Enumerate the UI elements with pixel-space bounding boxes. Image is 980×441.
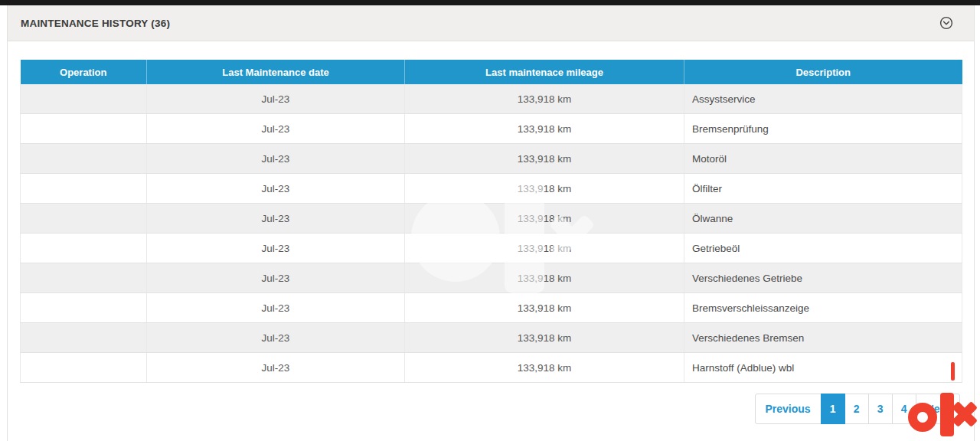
table-row: Jul-23133,918 kmAssystservice xyxy=(21,84,962,114)
cell-description: Ölwanne xyxy=(684,204,962,234)
collapse-toggle-button[interactable] xyxy=(939,15,954,31)
cell-mileage: 133,918 km xyxy=(405,234,684,263)
cell-mileage: 133,918 km xyxy=(405,204,684,234)
cell-description: Harnstoff (Adblue) wbl xyxy=(684,353,962,383)
table-row: Jul-23133,918 kmÖlwanne xyxy=(21,204,962,234)
column-header-description: Description xyxy=(684,60,962,84)
cell-operation xyxy=(21,144,147,174)
cell-operation xyxy=(21,114,147,144)
pagination: Previous 1234 Next xyxy=(755,394,961,424)
table-row: Jul-23133,918 kmÖlfilter xyxy=(21,174,962,204)
cell-date: Jul-23 xyxy=(147,353,405,383)
cell-operation xyxy=(21,353,147,383)
table-row: Jul-23133,918 kmBremsenprüfung xyxy=(21,114,962,144)
cell-description: Motoröl xyxy=(684,144,962,174)
cell-date: Jul-23 xyxy=(147,114,405,144)
cell-description: Verschiedenes Bremsen xyxy=(684,323,962,353)
column-header-last-maintenance-date: Last Maintenance date xyxy=(147,60,405,84)
cell-mileage: 133,918 km xyxy=(405,263,684,293)
cell-operation xyxy=(21,323,147,353)
cell-mileage: 133,918 km xyxy=(405,144,684,174)
cell-date: Jul-23 xyxy=(147,263,405,293)
maintenance-table: Operation Last Maintenance date Last mai… xyxy=(20,60,962,383)
maintenance-history-screen: MAINTENANCE HISTORY (36) Operation Last … xyxy=(0,0,980,441)
table-row: Jul-23133,918 kmGetriebeöl xyxy=(21,234,962,263)
table-row: Jul-23133,918 kmVerschiedenes Bremsen xyxy=(21,323,962,353)
table-header-row: Operation Last Maintenance date Last mai… xyxy=(21,60,962,84)
cell-operation xyxy=(21,293,147,323)
cell-date: Jul-23 xyxy=(147,144,405,174)
cell-mileage: 133,918 km xyxy=(405,114,684,144)
cell-date: Jul-23 xyxy=(147,174,405,204)
cell-description: Verschiedenes Getriebe xyxy=(684,263,962,293)
cell-operation xyxy=(21,263,147,293)
cell-operation xyxy=(21,84,147,114)
cell-mileage: 133,918 km xyxy=(405,293,684,323)
top-dark-bar xyxy=(0,0,980,5)
cell-operation xyxy=(21,174,147,204)
cell-date: Jul-23 xyxy=(147,323,405,353)
cell-date: Jul-23 xyxy=(147,234,405,263)
cell-date: Jul-23 xyxy=(147,293,405,323)
cell-description: Getriebeöl xyxy=(684,234,962,263)
column-header-operation: Operation xyxy=(21,60,147,84)
cell-mileage: 133,918 km xyxy=(405,84,684,114)
table-row: Jul-23133,918 kmVerschiedenes Getriebe xyxy=(21,263,962,293)
cell-description: Bremsverschleissanzeige xyxy=(684,293,962,323)
cell-mileage: 133,918 km xyxy=(405,174,684,204)
table-row: Jul-23133,918 kmBremsverschleissanzeige xyxy=(21,293,962,323)
chevron-down-circle-icon xyxy=(939,16,953,30)
maintenance-table-body: Jul-23133,918 kmAssystserviceJul-23133,9… xyxy=(21,84,962,383)
pagination-pages: 1234 xyxy=(822,394,916,424)
cell-description: Assystservice xyxy=(684,84,962,114)
cell-date: Jul-23 xyxy=(147,84,405,114)
table-row: Jul-23133,918 kmMotoröl xyxy=(21,144,962,174)
cell-operation xyxy=(21,234,147,263)
pagination-previous-button[interactable]: Previous xyxy=(755,394,822,424)
pagination-page-4-button[interactable]: 4 xyxy=(892,394,916,424)
pagination-page-1-button[interactable]: 1 xyxy=(821,394,845,424)
pagination-next-button[interactable]: Next xyxy=(916,394,960,424)
cell-description: Bremsenprüfung xyxy=(684,114,962,144)
panel-header: MAINTENANCE HISTORY (36) xyxy=(8,5,974,41)
cell-mileage: 133,918 km xyxy=(405,323,684,353)
table-row: Jul-23133,918 kmHarnstoff (Adblue) wbl xyxy=(21,353,962,383)
cell-date: Jul-23 xyxy=(147,204,405,234)
panel-title: MAINTENANCE HISTORY (36) xyxy=(21,18,170,29)
maintenance-history-panel: MAINTENANCE HISTORY (36) Operation Last … xyxy=(7,5,975,441)
cell-mileage: 133,918 km xyxy=(405,353,684,383)
column-header-last-maintenance-mileage: Last maintenace mileage xyxy=(405,60,684,84)
cell-description: Ölfilter xyxy=(684,174,962,204)
pagination-page-3-button[interactable]: 3 xyxy=(868,394,893,424)
pagination-page-2-button[interactable]: 2 xyxy=(844,394,869,424)
cell-operation xyxy=(21,204,147,234)
